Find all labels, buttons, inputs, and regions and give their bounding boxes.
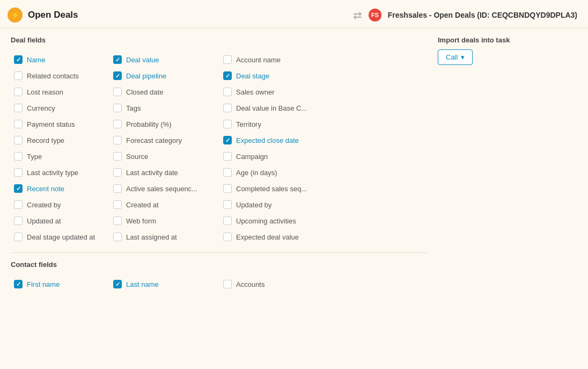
field-label: Account name bbox=[236, 56, 281, 64]
field-label: Campaign bbox=[236, 153, 268, 161]
field-item[interactable]: Deal value in Base C... bbox=[220, 100, 343, 116]
field-checkbox[interactable] bbox=[113, 280, 122, 288]
field-checkbox[interactable] bbox=[14, 184, 23, 193]
field-item[interactable]: Last name bbox=[110, 276, 220, 292]
deal-fields-grid: NameDeal valueAccount nameRelated contac… bbox=[11, 52, 427, 245]
field-item[interactable]: Web form bbox=[110, 213, 220, 229]
header-right: ⇄ FS Freshsales - Open Deals (ID: CEQCBN… bbox=[353, 9, 577, 21]
field-checkbox[interactable] bbox=[223, 88, 232, 96]
field-checkbox[interactable] bbox=[223, 280, 232, 288]
field-checkbox[interactable] bbox=[14, 136, 23, 144]
field-checkbox[interactable] bbox=[14, 233, 23, 241]
field-checkbox[interactable] bbox=[223, 168, 232, 177]
field-label: Related contacts bbox=[27, 72, 79, 80]
field-checkbox[interactable] bbox=[113, 55, 122, 64]
field-checkbox[interactable] bbox=[113, 120, 122, 128]
field-label: Name bbox=[27, 56, 46, 64]
right-panel: Import deals into task Call ▾ bbox=[427, 36, 577, 292]
field-item[interactable]: Payment status bbox=[11, 116, 110, 132]
field-item[interactable]: Deal pipeline bbox=[110, 68, 220, 84]
field-item[interactable]: Accounts bbox=[220, 276, 343, 292]
field-label: Updated at bbox=[27, 217, 61, 225]
field-checkbox[interactable] bbox=[223, 200, 232, 209]
field-label: Last activity date bbox=[126, 169, 178, 177]
field-checkbox[interactable] bbox=[113, 233, 122, 241]
field-checkbox[interactable] bbox=[113, 184, 122, 193]
field-item[interactable]: Expected close date bbox=[220, 132, 343, 148]
field-item[interactable]: Age (in days) bbox=[220, 164, 343, 180]
field-item[interactable]: Last activity type bbox=[11, 164, 110, 180]
field-item[interactable]: Active sales sequenc... bbox=[110, 180, 220, 197]
field-item[interactable]: Currency bbox=[11, 100, 110, 116]
field-checkbox[interactable] bbox=[223, 184, 232, 193]
field-item[interactable]: Record type bbox=[11, 132, 110, 148]
field-item[interactable]: Probability (%) bbox=[110, 116, 220, 132]
field-label: Expected deal value bbox=[236, 233, 299, 241]
field-checkbox[interactable] bbox=[14, 152, 23, 161]
field-checkbox[interactable] bbox=[223, 233, 232, 241]
field-checkbox[interactable] bbox=[14, 168, 23, 177]
field-checkbox[interactable] bbox=[14, 200, 23, 209]
field-item[interactable]: Campaign bbox=[220, 148, 343, 164]
field-checkbox[interactable] bbox=[14, 104, 23, 112]
field-checkbox[interactable] bbox=[113, 168, 122, 177]
field-item[interactable]: Account name bbox=[220, 52, 343, 68]
field-item[interactable]: Deal stage bbox=[220, 68, 343, 84]
field-item[interactable]: Created at bbox=[110, 197, 220, 213]
field-label: Type bbox=[27, 153, 42, 161]
field-item[interactable]: Name bbox=[11, 52, 110, 68]
field-checkbox[interactable] bbox=[223, 71, 232, 80]
field-item[interactable]: Last assigned at bbox=[110, 229, 220, 245]
field-item[interactable]: Deal value bbox=[110, 52, 220, 68]
field-label: Deal value in Base C... bbox=[236, 104, 307, 112]
field-checkbox[interactable] bbox=[14, 216, 23, 225]
field-item[interactable]: Source bbox=[110, 148, 220, 164]
field-checkbox[interactable] bbox=[223, 136, 232, 144]
field-item[interactable]: Created by bbox=[11, 197, 110, 213]
field-checkbox[interactable] bbox=[113, 200, 122, 209]
call-button[interactable]: Call ▾ bbox=[438, 49, 473, 65]
field-label: Accounts bbox=[236, 280, 264, 288]
field-item[interactable]: Last activity date bbox=[110, 164, 220, 180]
field-checkbox[interactable] bbox=[14, 55, 23, 64]
field-item[interactable]: Related contacts bbox=[11, 68, 110, 84]
field-label: Deal stage updated at bbox=[27, 233, 95, 241]
field-checkbox[interactable] bbox=[14, 88, 23, 96]
field-label: Probability (%) bbox=[126, 120, 172, 128]
field-checkbox[interactable] bbox=[223, 120, 232, 128]
field-item[interactable]: First name bbox=[11, 276, 110, 292]
field-item[interactable]: Forecast category bbox=[110, 132, 220, 148]
field-checkbox[interactable] bbox=[14, 71, 23, 80]
field-item[interactable]: Recent note bbox=[11, 180, 110, 197]
field-label: Deal value bbox=[126, 56, 159, 64]
field-checkbox[interactable] bbox=[223, 55, 232, 64]
field-checkbox[interactable] bbox=[113, 216, 122, 225]
field-label: Completed sales seq... bbox=[236, 185, 307, 193]
field-checkbox[interactable] bbox=[14, 120, 23, 128]
field-checkbox[interactable] bbox=[223, 152, 232, 161]
field-item[interactable]: Expected deal value bbox=[220, 229, 343, 245]
field-item[interactable]: Closed date bbox=[110, 84, 220, 100]
field-checkbox[interactable] bbox=[223, 104, 232, 112]
field-checkbox[interactable] bbox=[223, 216, 232, 225]
contact-fields-title: Contact fields bbox=[11, 261, 427, 269]
field-item[interactable]: Type bbox=[11, 148, 110, 164]
field-label: Created by bbox=[27, 201, 61, 209]
field-checkbox[interactable] bbox=[113, 71, 122, 80]
sync-icon: ⇄ bbox=[353, 9, 362, 21]
field-checkbox[interactable] bbox=[113, 104, 122, 112]
field-item[interactable]: Updated at bbox=[11, 213, 110, 229]
field-checkbox[interactable] bbox=[14, 280, 23, 288]
field-item[interactable]: Tags bbox=[110, 100, 220, 116]
field-checkbox[interactable] bbox=[113, 136, 122, 144]
field-item[interactable]: Deal stage updated at bbox=[11, 229, 110, 245]
field-item[interactable]: Lost reason bbox=[11, 84, 110, 100]
field-item[interactable]: Completed sales seq... bbox=[220, 180, 343, 197]
field-item[interactable]: Updated by bbox=[220, 197, 343, 213]
field-checkbox[interactable] bbox=[113, 152, 122, 161]
field-item[interactable]: Sales owner bbox=[220, 84, 343, 100]
field-item[interactable]: Upcoming activities bbox=[220, 213, 343, 229]
deal-fields-title: Deal fields bbox=[11, 36, 427, 44]
field-checkbox[interactable] bbox=[113, 88, 122, 96]
field-item[interactable]: Territory bbox=[220, 116, 343, 132]
